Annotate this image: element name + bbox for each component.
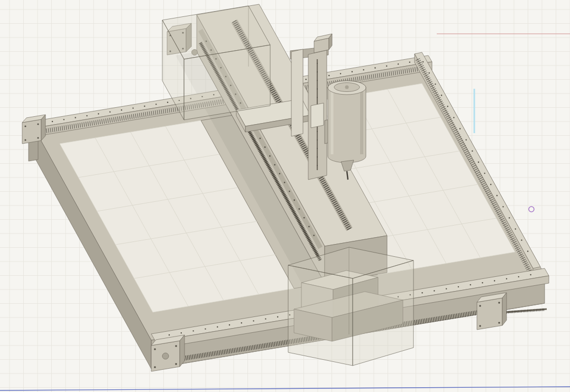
- z-plate-inner: [291, 49, 303, 136]
- back-rail-drive-block: [22, 115, 45, 144]
- gantry-front-housing[interactable]: [288, 247, 413, 366]
- z-carriage: [311, 103, 324, 128]
- x-motor-left: [151, 335, 185, 371]
- x-bearing-block-right: [477, 293, 507, 330]
- z-motor: [314, 34, 332, 53]
- ground-plane-axis-line: [0, 387, 570, 390]
- gantry-back-housing[interactable]: [162, 6, 270, 120]
- sketch-point[interactable]: [529, 207, 534, 212]
- cad-viewport[interactable]: [0, 0, 570, 392]
- model-canvas[interactable]: [0, 0, 570, 392]
